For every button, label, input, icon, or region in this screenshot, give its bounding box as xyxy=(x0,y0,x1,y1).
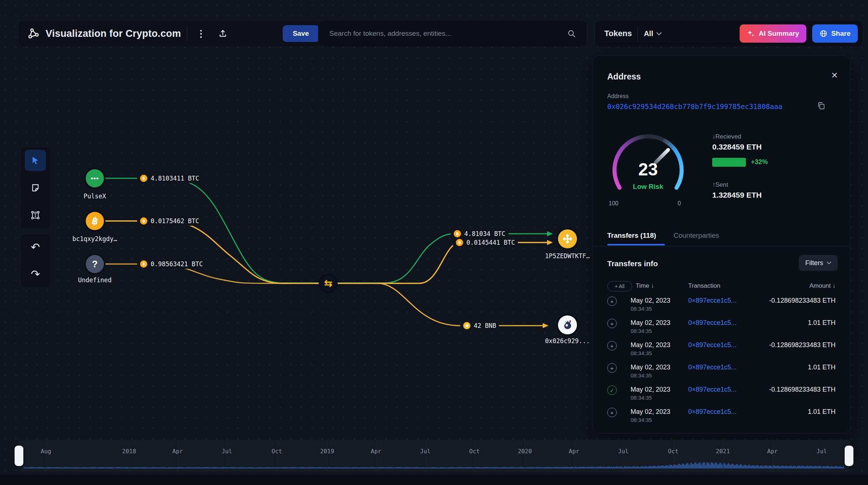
transaction-link[interactable]: 0×897ecce1c5... xyxy=(688,297,737,304)
undo-button[interactable]: ↶ xyxy=(25,237,46,258)
timeline-tick-label: Jul xyxy=(618,448,629,455)
timeline-tick-label: Oct xyxy=(469,448,480,455)
timeline-tick-label: 2019 xyxy=(320,448,334,455)
search-icon xyxy=(567,29,576,38)
timeline-handle-left[interactable] xyxy=(15,446,23,466)
save-button[interactable]: Save xyxy=(283,25,319,42)
kebab-menu-button[interactable]: ⋮ xyxy=(193,26,209,42)
canvas[interactable]: ฿ 4.8103411 BTC ฿ 0.0175462 BTC ฿ 0.9856… xyxy=(0,0,868,485)
expand-plus-icon[interactable]: + xyxy=(607,319,617,328)
bnb-badge-icon xyxy=(463,322,470,329)
transaction-link[interactable]: 0×897ecce1c5... xyxy=(688,341,737,349)
export-button[interactable] xyxy=(215,26,231,42)
timeline-gridline xyxy=(46,440,46,472)
transaction-link[interactable]: 0×897ecce1c5... xyxy=(688,386,737,393)
address-details-panel: Address × Address 0x026c929534d268cb778b… xyxy=(592,55,850,434)
sparkles-icon xyxy=(747,30,755,38)
page-title: Visualization for Crypto.com xyxy=(46,28,181,39)
expand-plus-icon[interactable]: + xyxy=(607,341,617,350)
expand-plus-icon[interactable]: + xyxy=(607,363,617,373)
timeline-gridline xyxy=(772,440,773,472)
edge-label[interactable]: 42 BNB xyxy=(460,321,499,330)
column-header-amount[interactable]: Amount ↓ xyxy=(809,282,836,290)
transaction-link[interactable]: 0×897ecce1c5... xyxy=(688,319,737,327)
node-btc-address[interactable]: ฿ xyxy=(86,212,104,230)
activity-histogram xyxy=(18,440,850,472)
upload-icon xyxy=(218,29,228,38)
copy-button[interactable] xyxy=(817,101,826,110)
check-icon[interactable]: ✓ xyxy=(607,385,617,395)
question-mark-icon: ? xyxy=(92,259,98,270)
unicorn-logo-icon xyxy=(561,319,574,331)
binance-logo-icon xyxy=(562,233,573,244)
filters-button[interactable]: Filters xyxy=(799,255,838,271)
edge-label[interactable]: ฿ 4.81034 BTC xyxy=(451,229,508,238)
text-box-icon: T xyxy=(30,210,40,220)
edge-amount: 42 BNB xyxy=(474,322,496,329)
redo-icon: ↷ xyxy=(31,269,40,280)
edge-amount: 0.0145441 BTC xyxy=(466,239,515,246)
filters-label: Filters xyxy=(805,259,823,267)
timeline-handle-right[interactable] xyxy=(845,446,853,466)
timeline-gridline xyxy=(623,440,624,472)
column-header-time[interactable]: Time ↓ xyxy=(636,282,654,290)
filter-all-pill[interactable]: + All xyxy=(607,281,632,291)
edge-label[interactable]: ฿ 0.98563421 BTC xyxy=(137,259,206,269)
tokens-label: Tokens xyxy=(604,29,632,38)
address-field-label: Address xyxy=(607,93,629,100)
table-row[interactable]: + May 02, 2023 08:34:35 0×897ecce1c5... … xyxy=(593,338,850,360)
received-value: 0.328459 ETH xyxy=(712,143,762,151)
risk-gauge: 23 Low Risk 100 0 xyxy=(608,128,688,213)
received-label: ↓Recieved xyxy=(712,133,741,140)
tab-transfers[interactable]: Transfers (118) xyxy=(607,232,656,240)
transaction-link[interactable]: 0×897ecce1c5... xyxy=(688,364,737,371)
edge-label[interactable]: ฿ 0.0175462 BTC xyxy=(137,216,202,226)
node-undefined[interactable]: ? xyxy=(86,255,104,273)
received-change-bar xyxy=(712,158,746,167)
risk-level: Low Risk xyxy=(608,183,688,191)
address-value-link[interactable]: 0x026c929534d268cb778b7f9c199785ec31808a… xyxy=(607,102,782,110)
node-swap[interactable]: ⇆ xyxy=(320,275,336,291)
table-row[interactable]: + May 02, 2023 08:34:35 0×897ecce1c5... … xyxy=(593,316,850,338)
timeline-gridline xyxy=(822,440,822,472)
bitcoin-badge-icon: ฿ xyxy=(456,239,463,246)
share-button[interactable]: Share xyxy=(812,24,858,43)
risk-scale-min: 0 xyxy=(678,200,681,207)
node-oneinch[interactable] xyxy=(558,315,577,334)
tab-counterparties[interactable]: Counterparties xyxy=(674,232,719,240)
timeline-tick-label: Apr xyxy=(767,448,778,455)
row-amount: 1.01 ETH xyxy=(808,364,836,371)
undo-icon: ↶ xyxy=(31,242,40,253)
expand-plus-icon[interactable]: + xyxy=(607,408,617,417)
text-tool-button[interactable]: T xyxy=(25,205,46,226)
table-row[interactable]: + May 02, 2023 08:34:35 0×897ecce1c5... … xyxy=(593,294,850,316)
search-input[interactable]: Search for tokens, addresses, entities..… xyxy=(318,20,587,47)
table-row[interactable]: + May 02, 2023 08:34:35 0×897ecce1c5... … xyxy=(593,360,850,383)
expand-plus-icon[interactable]: + xyxy=(607,296,617,306)
header-bar: Visualization for Crypto.com ⋮ Save xyxy=(18,20,325,47)
timeline-scrubber[interactable]: Aug2018AprJulOct2019AprJulOct2020AprJulO… xyxy=(18,440,850,472)
row-amount: 1.01 ETH xyxy=(808,319,836,327)
node-binance[interactable] xyxy=(558,229,577,248)
edge-label[interactable]: ฿ 4.8103411 BTC xyxy=(137,174,202,183)
edge-amount: 0.98563421 BTC xyxy=(151,260,203,268)
node-pulsex[interactable]: ••• xyxy=(86,169,104,187)
ai-summary-button[interactable]: AI Summary xyxy=(740,24,806,43)
edge-label[interactable]: ฿ 0.0145441 BTC xyxy=(453,238,518,247)
note-tool-button[interactable] xyxy=(25,177,46,198)
edge-yellow-hub-to-oneinch[interactable] xyxy=(377,283,543,326)
timeline-tick-label: Jul xyxy=(222,448,232,455)
tokens-filter-dropdown[interactable]: All xyxy=(644,30,662,38)
close-icon[interactable]: × xyxy=(831,70,838,81)
select-tool-button[interactable] xyxy=(25,150,46,171)
table-row[interactable]: ✓ May 02, 2023 08:34:35 0×897ecce1c5... … xyxy=(593,383,850,405)
row-time: 08:34:35 xyxy=(631,328,652,334)
edge-amount: 4.81034 BTC xyxy=(464,230,505,237)
svg-text:T: T xyxy=(34,213,37,218)
timeline-tick-label: 2018 xyxy=(122,448,136,455)
transaction-link[interactable]: 0×897ecce1c5... xyxy=(688,408,737,416)
redo-button[interactable]: ↷ xyxy=(25,264,46,285)
table-row[interactable]: + May 02, 2023 08:34:35 0×897ecce1c5... … xyxy=(593,405,850,427)
timeline-gridline xyxy=(376,440,376,472)
bitcoin-badge-icon: ฿ xyxy=(140,260,147,268)
